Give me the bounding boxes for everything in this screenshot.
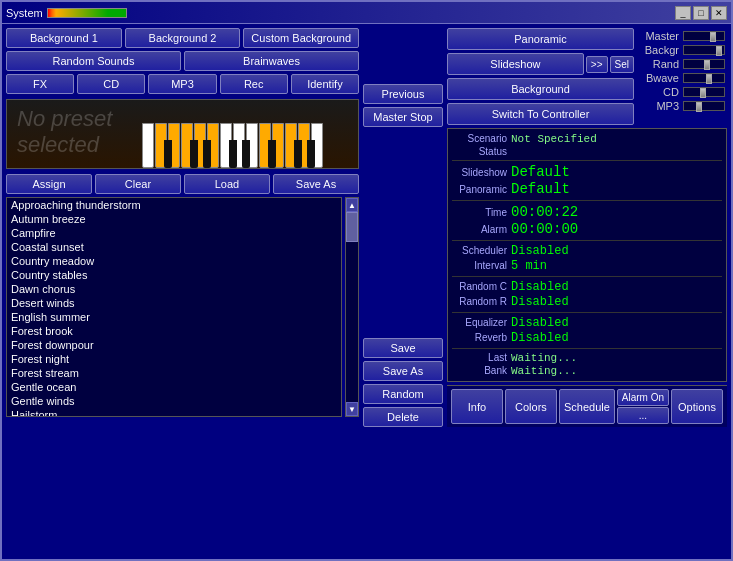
piano-key-black[interactable] <box>268 140 276 168</box>
brainwaves-button[interactable]: Brainwaves <box>184 51 359 71</box>
list-item[interactable]: Hailstorm <box>7 408 341 417</box>
random-button[interactable]: Random <box>363 384 443 404</box>
delete-button[interactable]: Delete <box>363 407 443 427</box>
interval-row: Interval 5 min <box>452 259 722 273</box>
list-item[interactable]: Dawn chorus <box>7 282 341 296</box>
cd-slider-track[interactable] <box>683 87 725 97</box>
list-item[interactable]: English summer <box>7 310 341 324</box>
randomr-value: Disabled <box>511 295 569 309</box>
reverb-row: Reverb Disabled <box>452 331 722 345</box>
slideshow-row: Slideshow Default <box>452 164 722 180</box>
save-as-mid-button[interactable]: Save As <box>363 361 443 381</box>
close-button[interactable]: ✕ <box>711 6 727 20</box>
minimize-button[interactable]: _ <box>675 6 691 20</box>
time-label: Time <box>452 207 507 218</box>
list-item[interactable]: Country stables <box>7 268 341 282</box>
list-item[interactable]: Forest stream <box>7 366 341 380</box>
random-slider-thumb[interactable] <box>704 60 710 70</box>
background-slider-thumb[interactable] <box>716 46 722 56</box>
top-button-row-1: Background 1 Background 2 Custom Backgro… <box>6 28 359 48</box>
dots-button[interactable]: ... <box>617 407 669 424</box>
mp3-button[interactable]: MP3 <box>148 74 216 94</box>
piano-key[interactable] <box>142 123 154 168</box>
scroll-thumb[interactable] <box>346 212 358 242</box>
mp3-slider-track[interactable] <box>683 101 725 111</box>
right-panel: Panoramic Slideshow >> Sel Background Sw… <box>447 28 727 427</box>
random-slider-label: Rand <box>639 58 679 70</box>
rec-button[interactable]: Rec <box>220 74 288 94</box>
list-item[interactable]: Gentle winds <box>7 394 341 408</box>
save-as-button[interactable]: Save As <box>273 174 359 194</box>
list-item[interactable]: Country meadow <box>7 254 341 268</box>
previous-button[interactable]: Previous <box>363 84 443 104</box>
cd-button[interactable]: CD <box>77 74 145 94</box>
background1-button[interactable]: Background 1 <box>6 28 122 48</box>
scenario-value: Not Specified <box>511 133 597 145</box>
nav-forward-button[interactable]: >> <box>586 56 608 73</box>
alarm-on-button[interactable]: Alarm On <box>617 389 669 406</box>
master-stop-button[interactable]: Master Stop <box>363 107 443 127</box>
list-item[interactable]: Forest downpour <box>7 338 341 352</box>
randomc-value: Disabled <box>511 280 569 294</box>
schedule-button[interactable]: Schedule <box>559 389 615 424</box>
scenario-row: Scenario Not Specified <box>452 133 722 145</box>
reverb-value: Disabled <box>511 331 569 345</box>
bwave-slider-thumb[interactable] <box>706 74 712 84</box>
identify-button[interactable]: Identify <box>291 74 359 94</box>
list-item[interactable]: Forest brook <box>7 324 341 338</box>
panoramic-button[interactable]: Panoramic <box>447 28 634 50</box>
custom-background-button[interactable]: Custom Background <box>243 28 359 48</box>
interval-label: Interval <box>452 260 507 271</box>
panoramic-row: Panoramic Default <box>452 181 722 197</box>
bwave-slider-track[interactable] <box>683 73 725 83</box>
cd-slider-thumb[interactable] <box>700 88 706 98</box>
sel-button[interactable]: Sel <box>610 56 634 73</box>
switch-to-controller-button[interactable]: Switch To Controller <box>447 103 634 125</box>
piano-key-black[interactable] <box>203 140 211 168</box>
list-item[interactable]: Coastal sunset <box>7 240 341 254</box>
scroll-up-button[interactable]: ▲ <box>346 198 358 212</box>
list-item[interactable]: Gentle ocean <box>7 380 341 394</box>
random-sounds-button[interactable]: Random Sounds <box>6 51 181 71</box>
clear-button[interactable]: Clear <box>95 174 181 194</box>
background-slider-track[interactable] <box>683 45 725 55</box>
background-button[interactable]: Background <box>447 78 634 100</box>
mp3-slider-label: MP3 <box>639 100 679 112</box>
save-button[interactable]: Save <box>363 338 443 358</box>
random-slider-track[interactable] <box>683 59 725 69</box>
master-slider-track[interactable] <box>683 31 725 41</box>
left-panel: Background 1 Background 2 Custom Backgro… <box>6 28 359 427</box>
piano-key-black[interactable] <box>229 140 237 168</box>
mp3-slider-thumb[interactable] <box>696 102 702 112</box>
piano-key-black[interactable] <box>294 140 302 168</box>
divider4 <box>452 276 722 277</box>
piano-key-black[interactable] <box>307 140 315 168</box>
assign-button[interactable]: Assign <box>6 174 92 194</box>
maximize-button[interactable]: □ <box>693 6 709 20</box>
piano-key-black[interactable] <box>190 140 198 168</box>
load-button[interactable]: Load <box>184 174 270 194</box>
last-label: Last <box>452 352 507 363</box>
right-top: Panoramic Slideshow >> Sel Background Sw… <box>447 28 727 125</box>
colors-button[interactable]: Colors <box>505 389 557 424</box>
top-button-row-2: Random Sounds Brainwaves <box>6 51 359 71</box>
list-item[interactable]: Autumn breeze <box>7 212 341 226</box>
time-value: 00:00:22 <box>511 204 578 220</box>
scroll-down-button[interactable]: ▼ <box>346 402 358 416</box>
list-item[interactable]: Campfire <box>7 226 341 240</box>
slideshow-button[interactable]: Slideshow <box>447 53 584 75</box>
options-button[interactable]: Options <box>671 389 723 424</box>
master-slider-thumb[interactable] <box>710 32 716 42</box>
piano-key-black[interactable] <box>242 140 250 168</box>
info-button[interactable]: Info <box>451 389 503 424</box>
sound-list[interactable]: Approaching thunderstormAutumn breezeCam… <box>6 197 342 417</box>
list-item[interactable]: Approaching thunderstorm <box>7 198 341 212</box>
divider6 <box>452 348 722 349</box>
piano-key-black[interactable] <box>164 140 172 168</box>
list-item[interactable]: Forest night <box>7 352 341 366</box>
equalizer-row: Equalizer Disabled <box>452 316 722 330</box>
fx-button[interactable]: FX <box>6 74 74 94</box>
list-item[interactable]: Desert winds <box>7 296 341 310</box>
bank-row: Bank Waiting... <box>452 365 722 377</box>
background2-button[interactable]: Background 2 <box>125 28 241 48</box>
